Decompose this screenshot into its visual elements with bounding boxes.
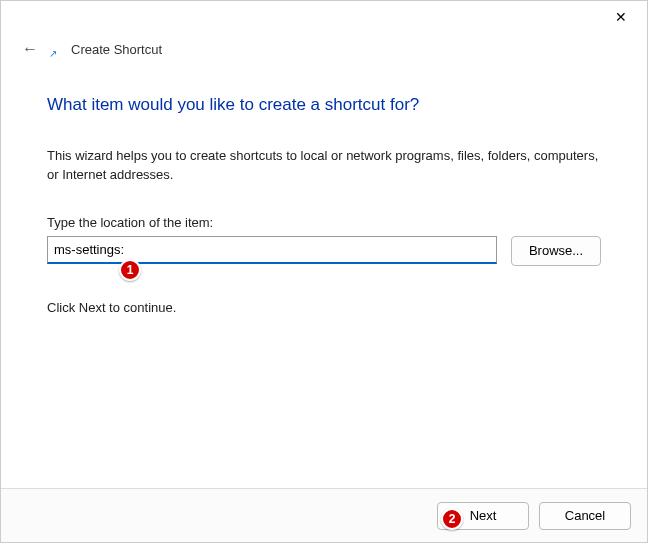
browse-button[interactable]: Browse... <box>511 236 601 266</box>
wizard-footer: Next Cancel <box>1 488 647 542</box>
shortcut-icon: ↗ <box>49 48 57 59</box>
page-heading: What item would you like to create a sho… <box>47 95 601 115</box>
location-input[interactable] <box>47 236 497 264</box>
page-description: This wizard helps you to create shortcut… <box>47 147 601 185</box>
wizard-content: What item would you like to create a sho… <box>1 57 647 315</box>
next-button[interactable]: Next <box>437 502 529 530</box>
titlebar: ✕ <box>1 1 647 33</box>
location-row: Browse... <box>47 236 601 266</box>
continue-text: Click Next to continue. <box>47 300 601 315</box>
cancel-button[interactable]: Cancel <box>539 502 631 530</box>
back-arrow-icon[interactable]: ← <box>21 41 39 57</box>
wizard-title: Create Shortcut <box>71 42 162 57</box>
wizard-header: ← ↗ Create Shortcut <box>1 33 647 57</box>
close-icon[interactable]: ✕ <box>609 5 633 29</box>
location-label: Type the location of the item: <box>47 215 601 230</box>
